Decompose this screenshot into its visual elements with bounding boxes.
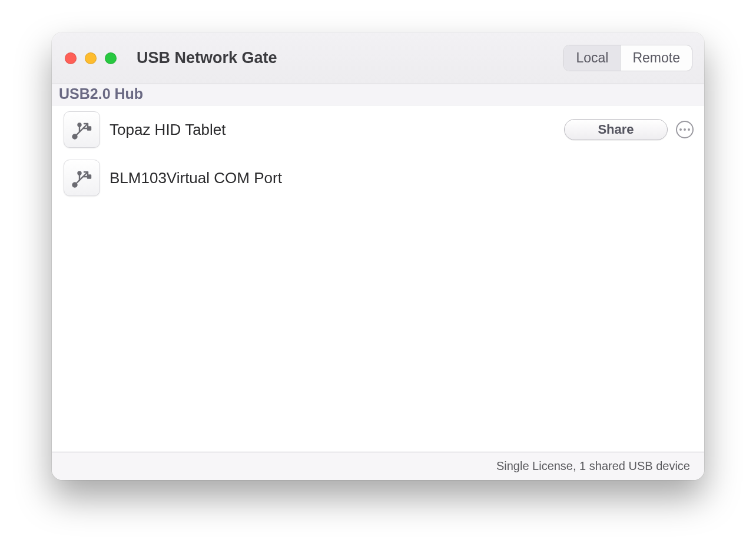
usb-icon <box>64 160 100 196</box>
list-item[interactable]: Topaz HID Tablet Share <box>52 105 704 154</box>
svg-rect-2 <box>88 127 91 130</box>
window-title: USB Network Gate <box>137 49 277 67</box>
list-item[interactable]: BLM103Virtual COM Port <box>52 154 704 202</box>
svg-rect-5 <box>88 176 91 178</box>
svg-point-1 <box>78 124 81 127</box>
app-window: USB Network Gate Local Remote USB2.0 Hub <box>52 32 704 480</box>
zoom-icon[interactable] <box>105 52 117 64</box>
tab-local[interactable]: Local <box>564 45 620 71</box>
device-name: Topaz HID Tablet <box>110 121 226 139</box>
license-status: Single License, 1 shared USB device <box>496 459 690 473</box>
traffic-lights <box>65 52 117 64</box>
usb-icon <box>64 111 100 148</box>
tab-remote[interactable]: Remote <box>620 45 692 71</box>
close-icon[interactable] <box>65 52 77 64</box>
device-name: BLM103Virtual COM Port <box>110 169 282 187</box>
section-header: USB2.0 Hub <box>52 84 704 105</box>
status-bar: Single License, 1 shared USB device <box>52 452 704 480</box>
row-actions: Share <box>564 119 694 140</box>
view-toggle: Local Remote <box>563 45 692 71</box>
device-list: Topaz HID Tablet Share <box>52 105 704 452</box>
svg-point-4 <box>78 172 81 175</box>
titlebar: USB Network Gate Local Remote <box>52 32 704 84</box>
more-options-icon[interactable] <box>676 121 694 138</box>
minimize-icon[interactable] <box>85 52 97 64</box>
share-button[interactable]: Share <box>564 119 668 140</box>
